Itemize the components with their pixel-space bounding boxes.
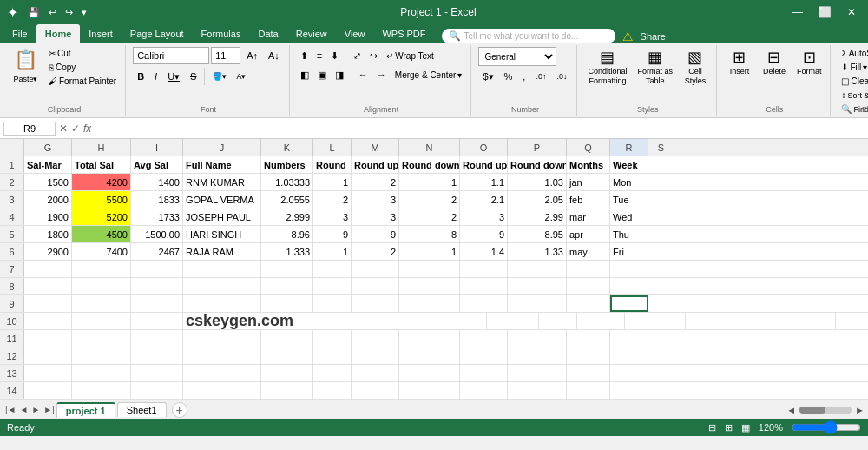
cell-Q5[interactable]: apr: [567, 226, 610, 242]
cell-K13[interactable]: [261, 365, 313, 381]
scroll-left-btn[interactable]: ◄: [786, 405, 796, 415]
cell-Q6[interactable]: may: [567, 243, 610, 260]
cell-P4[interactable]: 2.99: [508, 208, 567, 225]
close-btn[interactable]: ✕: [842, 4, 861, 20]
cell-J4[interactable]: JOSEPH PAUL: [183, 208, 261, 225]
scroll-right-btn[interactable]: ►: [855, 405, 865, 415]
cell-M7[interactable]: [352, 261, 399, 277]
cell-K3[interactable]: 2.0555: [261, 191, 313, 208]
redo-qa-btn[interactable]: ↪: [62, 6, 76, 19]
cell-N11[interactable]: [399, 330, 460, 347]
cell-Q11[interactable]: [567, 330, 610, 347]
cell-P11[interactable]: [508, 330, 567, 347]
tab-review[interactable]: Review: [287, 24, 336, 43]
cell-M12[interactable]: [352, 347, 399, 364]
cell-I5[interactable]: 1500.00: [131, 226, 183, 242]
cell-L8[interactable]: [313, 278, 352, 294]
cell-L1[interactable]: Round: [313, 156, 352, 173]
wrap-text-btn[interactable]: ↵ Wrap Text: [383, 50, 437, 63]
cell-L14[interactable]: [313, 382, 352, 399]
insert-function-icon[interactable]: fx: [83, 122, 91, 135]
cell-Q3[interactable]: feb: [567, 191, 610, 208]
cell-O7[interactable]: [460, 261, 508, 277]
cell-R3[interactable]: Tue: [610, 191, 648, 208]
cell-I9[interactable]: [131, 295, 183, 312]
cell-L10[interactable]: [539, 313, 577, 329]
cell-L11[interactable]: [313, 330, 352, 347]
indent-btn[interactable]: ↪: [366, 47, 381, 64]
cell-G12[interactable]: [24, 347, 72, 364]
cell-J7[interactable]: [183, 261, 261, 277]
cell-M1[interactable]: Round up: [352, 156, 399, 173]
text-direction-btn[interactable]: ⤢: [350, 47, 365, 64]
formula-input[interactable]: [95, 122, 865, 136]
minimize-btn[interactable]: —: [787, 4, 808, 20]
tab-wps-pdf[interactable]: WPS PDF: [373, 24, 434, 43]
cell-N1[interactable]: Round down: [399, 156, 460, 173]
confirm-formula-icon[interactable]: ✓: [71, 122, 80, 135]
cell-G11[interactable]: [24, 330, 72, 347]
increase-decimal-btn[interactable]: .0↑: [531, 68, 550, 85]
view-break-btn[interactable]: ▦: [741, 422, 750, 433]
cell-G10[interactable]: [24, 313, 72, 329]
decrease-indent-btn[interactable]: ←: [355, 66, 372, 83]
strikethrough-button[interactable]: S: [186, 68, 201, 85]
increase-indent-btn[interactable]: →: [373, 66, 390, 83]
cell-H9[interactable]: [72, 295, 131, 312]
cell-H8[interactable]: [72, 278, 131, 294]
cell-G4[interactable]: 1900: [24, 208, 72, 225]
cell-G8[interactable]: [24, 278, 72, 294]
cell-O9[interactable]: [460, 295, 508, 312]
cell-I10[interactable]: [131, 313, 183, 329]
cell-S3[interactable]: [648, 191, 674, 208]
cell-name-box[interactable]: [3, 122, 56, 136]
cell-S11[interactable]: [648, 330, 674, 347]
cell-J11[interactable]: [183, 330, 261, 347]
sort-filter-btn[interactable]: ↕ Sort & Filter ▾: [838, 89, 868, 102]
cell-J5[interactable]: HARI SINGH: [183, 226, 261, 242]
fill-btn[interactable]: ⬇ Fill ▾: [838, 61, 868, 74]
align-right-btn[interactable]: ◨: [332, 66, 347, 83]
cell-N3[interactable]: 2: [399, 191, 460, 208]
cell-Q10[interactable]: [792, 313, 836, 329]
cell-M11[interactable]: [352, 330, 399, 347]
cell-H3[interactable]: 5500: [72, 191, 131, 208]
bold-button[interactable]: B: [133, 68, 148, 85]
tab-home[interactable]: Home: [36, 24, 81, 43]
sheet-tab-sheet1[interactable]: Sheet1: [117, 402, 167, 417]
cell-J10[interactable]: cskeygen.com: [183, 313, 487, 329]
cell-O10[interactable]: [686, 313, 733, 329]
cell-N8[interactable]: [399, 278, 460, 294]
cell-M5[interactable]: 9: [352, 226, 399, 242]
sheet-nav-first[interactable]: |◄: [3, 403, 18, 416]
percent-btn[interactable]: %: [500, 68, 517, 85]
cell-M9[interactable]: [352, 295, 399, 312]
cell-Q14[interactable]: [567, 382, 610, 399]
cell-L13[interactable]: [313, 365, 352, 381]
cell-S2[interactable]: [648, 174, 674, 190]
cell-P14[interactable]: [508, 382, 567, 399]
cell-K6[interactable]: 1.333: [261, 243, 313, 260]
cell-S14[interactable]: [648, 382, 674, 399]
cell-G1[interactable]: Sal-Mar: [24, 156, 72, 173]
col-header-g[interactable]: G: [24, 139, 72, 156]
cell-L4[interactable]: 3: [313, 208, 352, 225]
cell-J1[interactable]: Full Name: [183, 156, 261, 173]
cell-G14[interactable]: [24, 382, 72, 399]
cell-Q2[interactable]: jan: [567, 174, 610, 190]
cell-G7[interactable]: [24, 261, 72, 277]
cell-O13[interactable]: [460, 365, 508, 381]
format-painter-button[interactable]: 🖌Format Painter: [45, 75, 120, 88]
col-header-r[interactable]: R: [610, 139, 648, 156]
cell-J14[interactable]: [183, 382, 261, 399]
cell-P7[interactable]: [508, 261, 567, 277]
cell-K10[interactable]: [487, 313, 539, 329]
cell-N5[interactable]: 8: [399, 226, 460, 242]
horizontal-scrollbar[interactable]: [799, 407, 852, 414]
cell-K2[interactable]: 1.03333: [261, 174, 313, 190]
tab-file[interactable]: File: [3, 24, 36, 43]
cell-N6[interactable]: 1: [399, 243, 460, 260]
col-header-p[interactable]: P: [508, 139, 567, 156]
cell-I6[interactable]: 2467: [131, 243, 183, 260]
cell-S13[interactable]: [648, 365, 674, 381]
